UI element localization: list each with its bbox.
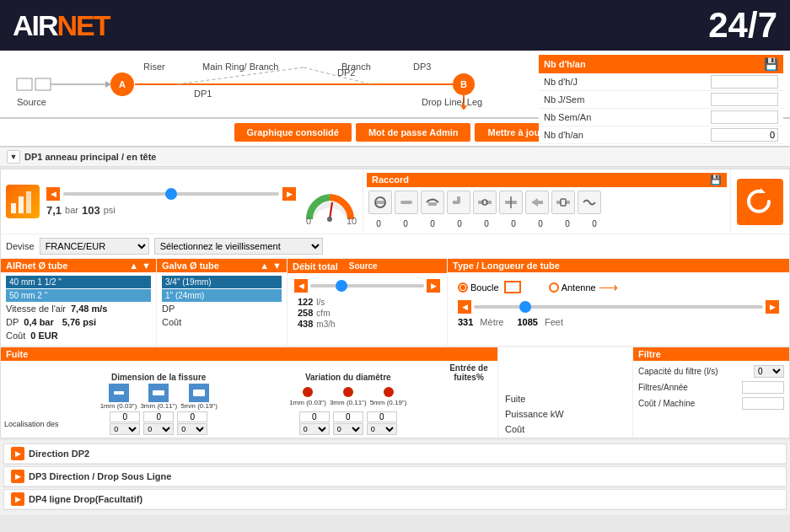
dp2-header[interactable]: ▶ Direction DP2 [4, 444, 786, 464]
raccord-btn-4[interactable] [447, 191, 470, 214]
nbdh-input-2[interactable] [711, 93, 778, 106]
filtre-capacite-select[interactable]: 0 [754, 365, 784, 378]
raccord-btn-1[interactable] [368, 191, 392, 214]
var-input-field-2[interactable] [333, 411, 363, 422]
boucle-radio[interactable]: Boucle [458, 281, 524, 293]
dim-input-3: 0 [177, 411, 207, 435]
dim-size-2: 3mm (0.11") [140, 402, 177, 410]
var-select-3[interactable]: 0 [367, 423, 397, 435]
pression-psi-unit: psi [104, 205, 116, 215]
filtre-filtres-row: Filtres/Année [637, 379, 786, 395]
dp1-toggle[interactable]: ▼ [7, 150, 20, 164]
debit-slider[interactable] [310, 284, 424, 287]
svg-text:Riser: Riser [143, 62, 165, 72]
airnet-tube-item-2[interactable]: 50 mm 2 " [6, 289, 151, 302]
type-body: Boucle Antenne ⟶ ◀ ▶ 331 Mètre [448, 272, 789, 332]
raccord-btn-2[interactable] [395, 191, 418, 214]
bar-chart-icon [8, 186, 38, 217]
fuite-right-panel: Fuite Puissance kW Coût [498, 347, 633, 438]
dp4-toggle[interactable]: ▶ [11, 492, 24, 506]
header-tagline: 24/7 [708, 5, 777, 46]
raccord-btn-7[interactable] [525, 191, 549, 214]
nbdh-panel: Nb d'h/an 💾 Nb d'h/J Nb J/Sem Nb Sem/An … [539, 55, 783, 144]
antenne-radio[interactable]: Antenne ⟶ [549, 279, 618, 295]
length-decrease-btn[interactable]: ◀ [458, 300, 471, 314]
dim-input-field-3[interactable] [177, 411, 207, 422]
devise-select[interactable]: FRANCE/EUR [40, 238, 149, 255]
nbdh-input-4[interactable] [711, 128, 778, 142]
vieillissement-select[interactable]: Sélectionnez le vieillissement [154, 238, 323, 255]
dim-input-field-1[interactable] [110, 411, 140, 422]
mot-de-passe-btn[interactable]: Mot de passe Admin [356, 123, 471, 142]
dp1-section-header[interactable]: ▼ DP1 anneau principal / en tête [0, 147, 790, 167]
nbdh-row-4: Nb d'h/an [539, 126, 783, 144]
dp2-toggle[interactable]: ▶ [11, 447, 24, 460]
nbdh-row-3: Nb Sem/An [539, 109, 783, 126]
raccord-btn-5[interactable] [473, 191, 497, 214]
pression-increase-btn[interactable]: ▶ [282, 187, 296, 201]
var-input-field-3[interactable] [367, 411, 397, 422]
filtre-cout-input[interactable] [742, 397, 784, 410]
airnet-tube-scroll-up[interactable]: ▲ [129, 261, 138, 271]
length-slider-row: ◀ ▶ [453, 298, 784, 315]
fuite-loc-label: Localisation des [4, 418, 63, 428]
airnet-tube-scroll-down[interactable]: ▼ [142, 261, 151, 271]
fuite-input-row: Localisation des 0 0 [4, 411, 494, 435]
svg-rect-46 [193, 390, 205, 396]
debit-cfm: 258 cfm [298, 308, 437, 318]
dp3-toggle[interactable]: ▶ [11, 470, 24, 483]
var-select-2[interactable]: 0 [333, 423, 363, 435]
debit-slider-row: ◀ ▶ [293, 277, 442, 295]
dim-select-1[interactable]: 0 [110, 423, 140, 435]
length-feet-val: 1085 [517, 317, 537, 327]
raccord-val-1: 0 [370, 219, 387, 228]
dim-input-field-2[interactable] [143, 411, 174, 422]
raccord-btn-3[interactable] [421, 191, 444, 214]
galva-tube-item-1[interactable]: 3/4" (19mm) [162, 276, 282, 288]
debit-increase-btn[interactable]: ▶ [427, 279, 440, 293]
var-select-1[interactable]: 0 [299, 423, 330, 435]
raccord-val-2: 0 [397, 219, 414, 228]
dp3-header[interactable]: ▶ DP3 Direction / Drop Sous Ligne [4, 467, 786, 486]
nbdh-body: Nb d'h/J Nb J/Sem Nb Sem/An Nb d'h/an [539, 73, 783, 144]
raccord-val-3: 0 [424, 219, 441, 228]
dp4-header[interactable]: ▶ DP4 ligne Drop(Facultatif) [4, 490, 786, 509]
entree-label: Entrée de fuites% [443, 363, 494, 382]
raccord-btn-8[interactable] [551, 191, 575, 214]
airnet-cout-label: Coût [6, 330, 25, 341]
debit-decrease-btn[interactable]: ◀ [294, 279, 308, 293]
dim-icon-1 [109, 384, 129, 402]
row2: Devise FRANCE/EUR Sélectionnez le vieill… [1, 234, 789, 259]
galva-tube-item-2[interactable]: 1" (24mm) [162, 289, 282, 302]
nbdh-input-1[interactable] [711, 75, 778, 89]
svg-text:B: B [460, 79, 467, 89]
filtre-filtres-input[interactable] [742, 381, 784, 394]
nbdh-row-1: Nb d'h/J [539, 73, 783, 91]
galva-tube-panel: Galva Ø tube ▲ ▼ 3/4" (19mm) 1" (24mm) D… [157, 259, 288, 346]
length-slider[interactable] [474, 305, 763, 309]
filtre-filtres-label: Filtres/Année [638, 383, 739, 392]
raccord-val-9: 0 [586, 219, 603, 228]
graphique-btn[interactable]: Graphique consolidé [234, 123, 352, 142]
refresh-btn[interactable] [737, 179, 783, 225]
galva-scroll-up[interactable]: ▲ [260, 261, 269, 271]
var-input-field-1[interactable] [299, 411, 330, 422]
filtre-title: Filtre [638, 349, 661, 359]
var-dot-1 [303, 387, 313, 397]
dim-select-3[interactable]: 0 [177, 423, 207, 435]
airnet-tube-item-1[interactable]: 40 mm 1 1/2 " [6, 276, 151, 288]
pression-decrease-btn[interactable]: ◀ [46, 187, 60, 201]
fuite-section: Fuite Dimension de la fissure Variation … [1, 347, 789, 438]
nbdh-input-3[interactable] [711, 110, 778, 124]
raccord-save-icon[interactable]: 💾 [710, 175, 722, 185]
dim-select-2[interactable]: 0 [143, 423, 174, 435]
raccord-btn-6[interactable] [499, 191, 523, 214]
airnet-vitesse-val: 7,48 m/s [71, 304, 107, 314]
pression-slider[interactable] [63, 192, 279, 196]
length-increase-btn[interactable]: ▶ [766, 300, 779, 314]
raccord-btn-9[interactable] [578, 191, 601, 214]
nbdh-save-icon[interactable]: 💾 [764, 57, 778, 71]
filtre-capacite-row: Capacité du filtre (l/s) 0 [637, 363, 786, 379]
bottom-section-dp2: ▶ Direction DP2 [3, 443, 787, 465]
galva-scroll-down[interactable]: ▼ [272, 261, 282, 271]
